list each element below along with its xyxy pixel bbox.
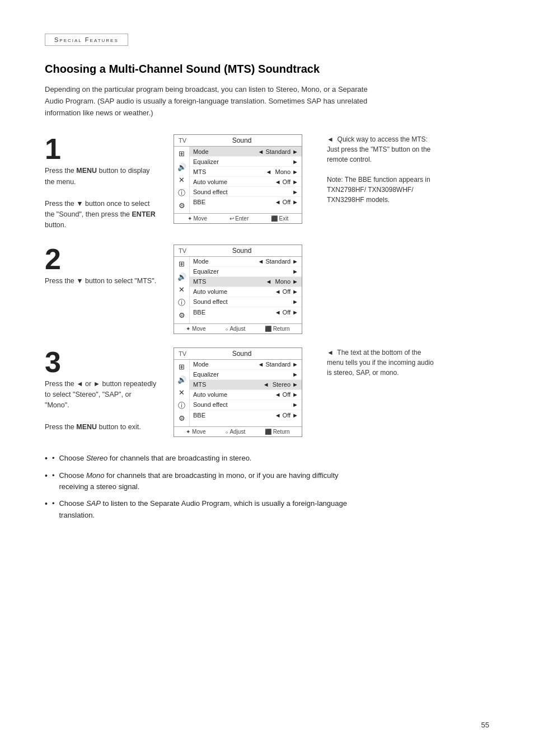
page: Special Features Choosing a Multi-Channe… — [0, 0, 534, 756]
step-2-row-mode: Mode ◄ Standard ► — [190, 257, 302, 267]
tv-icon-1: ⊞ — [179, 149, 185, 159]
step-3-number: 3 — [45, 348, 174, 377]
step-2-tv-menu: TV Sound ⊞ 🔊 ✕ ⓘ ⚙ — [174, 245, 302, 334]
step-2-menu: TV Sound ⊞ 🔊 ✕ ⓘ ⚙ — [174, 245, 313, 334]
step-2: 2 Press the ▼ button to select "MTS". TV… — [45, 245, 489, 334]
step-3: 3 Press the ◄ or ► button repeatedly to … — [45, 348, 489, 437]
header-label: Special Features — [54, 36, 119, 43]
step-3-row-mts: MTS ◄ Stereo ► — [190, 380, 302, 390]
step-3-row-bbe: BBE ◄ Off ► — [190, 410, 302, 420]
step-2-menu-footer: ✦ Move ⬦ Adjust ⬛ Return — [174, 323, 302, 334]
step-1-row-bbe: BBE ◄ Off ► — [190, 197, 302, 207]
step-2-note — [313, 245, 437, 334]
step-2-menu-body: ⊞ 🔊 ✕ ⓘ ⚙ Mode ◄ Standard ► — [174, 257, 302, 323]
step-3-menu-icons: ⊞ 🔊 ✕ ⓘ ⚙ — [174, 360, 190, 426]
tv-icon-4: ⓘ — [178, 401, 185, 411]
step-3-menu-body: ⊞ 🔊 ✕ ⓘ ⚙ Mode ◄ Standard ► — [174, 360, 302, 426]
bullet-3: • Choose SAP to listen to the Separate A… — [45, 498, 358, 520]
step-2-desc: Press the ▼ button to select "MTS". — [45, 276, 157, 287]
step-1-menu-body: ⊞ 🔊 ✕ ⓘ ⚙ Mode ◄ Standard ► — [174, 147, 302, 213]
step-2-menu-icons: ⊞ 🔊 ✕ ⓘ ⚙ — [174, 257, 190, 323]
bullet-2: • Choose Mono for channels that are broa… — [45, 470, 358, 492]
step-3-row-mode: Mode ◄ Standard ► — [190, 360, 302, 370]
step-1-left: 1 Press the MENU button to display the m… — [45, 134, 174, 231]
tv-icon-3: ✕ — [179, 175, 185, 185]
step-1-tv-menu: TV Sound ⊞ 🔊 ✕ ⓘ ⚙ — [174, 134, 302, 224]
step-3-menu: TV Sound ⊞ 🔊 ✕ ⓘ ⚙ — [174, 348, 313, 437]
step-3-row-equalizer: Equalizer ► — [190, 370, 302, 380]
step-3-menu-footer: ✦ Move ⬦ Adjust ⬛ Return — [174, 426, 302, 436]
step-2-tv-label: TV — [179, 247, 186, 254]
step-2-row-autovolume: Auto volume ◄ Off ► — [190, 287, 302, 297]
step-2-left: 2 Press the ▼ button to select "MTS". — [45, 245, 174, 334]
tv-icon-3: ✕ — [179, 388, 185, 398]
step-2-sound-label: Sound — [232, 247, 252, 255]
tv-icon-5: ⚙ — [179, 201, 185, 211]
step-2-row-equalizer: Equalizer ► — [190, 267, 302, 277]
step-1-footer-exit: ⬛ Exit — [271, 215, 288, 222]
step-1-row-equalizer: Equalizer ► — [190, 157, 302, 167]
step-1-menu-header: TV Sound — [174, 135, 302, 147]
header-box: Special Features — [45, 34, 128, 46]
tv-icon-2: 🔊 — [177, 162, 186, 172]
step-1-note: ◄ Quick way to access the MTS: Just pres… — [313, 134, 437, 231]
step-3-row-soundeffect: Sound effect ► — [190, 400, 302, 410]
step-1-menu-rows: Mode ◄ Standard ► Equalizer ► MTS ◄ Mono… — [190, 147, 302, 213]
step-3-tv-label: TV — [179, 350, 186, 357]
tv-icon-2: 🔊 — [177, 272, 186, 282]
step-1-sound-label: Sound — [232, 137, 252, 144]
step-1-menu-footer: ✦ Move ↩ Enter ⬛ Exit — [174, 213, 302, 223]
step-3-menu-rows: Mode ◄ Standard ► Equalizer ► MTS ◄ Ster… — [190, 360, 302, 426]
tv-icon-1: ⊞ — [179, 362, 185, 372]
tv-icon-2: 🔊 — [177, 375, 186, 385]
step-3-left: 3 Press the ◄ or ► button repeatedly to … — [45, 348, 174, 437]
step-1: 1 Press the MENU button to display the m… — [45, 134, 489, 231]
bullet-list: • Choose Stereo for channels that are br… — [45, 453, 489, 521]
step-2-number: 2 — [45, 245, 174, 274]
step-3-tv-menu: TV Sound ⊞ 🔊 ✕ ⓘ ⚙ — [174, 348, 302, 437]
steps-container: 1 Press the MENU button to display the m… — [45, 134, 489, 436]
tv-icon-4: ⓘ — [178, 298, 185, 308]
page-number: 55 — [481, 721, 489, 729]
page-title: Choosing a Multi-Channel Sound (MTS) Sou… — [45, 62, 489, 76]
tv-icon-5: ⚙ — [179, 311, 185, 321]
intro-text: Depending on the particular program bein… — [45, 84, 369, 119]
step-1-tv-label: TV — [179, 137, 186, 144]
step-2-footer-return: ⬛ Return — [265, 326, 290, 332]
step-2-menu-header: TV Sound — [174, 245, 302, 257]
tv-icon-4: ⓘ — [178, 188, 185, 198]
step-2-menu-rows: Mode ◄ Standard ► Equalizer ► MTS ◄ Mono… — [190, 257, 302, 323]
step-3-footer-return: ⬛ Return — [265, 429, 290, 435]
bullet-1: • Choose Stereo for channels that are br… — [45, 453, 358, 465]
step-3-note: ◄ The text at the bottom of the menu tel… — [313, 348, 437, 437]
step-2-row-bbe: BBE ◄ Off ► — [190, 307, 302, 317]
step-3-menu-header: TV Sound — [174, 348, 302, 360]
step-3-row-autovolume: Auto volume ◄ Off ► — [190, 390, 302, 400]
step-3-desc: Press the ◄ or ► button repeatedly to se… — [45, 379, 157, 433]
step-1-menu-icons: ⊞ 🔊 ✕ ⓘ ⚙ — [174, 147, 190, 213]
step-1-footer-move: ✦ Move — [188, 215, 207, 222]
step-2-row-mts: MTS ◄ Mono ► — [190, 277, 302, 287]
step-1-desc: Press the MENU button to display the men… — [45, 166, 157, 231]
tv-icon-1: ⊞ — [179, 259, 185, 269]
step-3-footer-move: ✦ Move — [186, 429, 205, 435]
step-2-footer-adjust: ⬦ Adjust — [225, 326, 245, 332]
step-1-row-mts: MTS ◄ Mono ► — [190, 167, 302, 177]
tv-icon-5: ⚙ — [179, 414, 185, 424]
step-1-footer-enter: ↩ Enter — [229, 215, 249, 222]
step-1-row-autovolume: Auto volume ◄ Off ► — [190, 177, 302, 187]
step-1-row-mode: Mode ◄ Standard ► — [190, 147, 302, 157]
step-1-menu: TV Sound ⊞ 🔊 ✕ ⓘ ⚙ — [174, 134, 313, 231]
step-2-row-soundeffect: Sound effect ► — [190, 297, 302, 307]
step-1-row-soundeffect: Sound effect ► — [190, 187, 302, 197]
step-2-footer-move: ✦ Move — [186, 326, 205, 332]
step-3-sound-label: Sound — [232, 350, 252, 358]
step-1-number: 1 — [45, 134, 174, 163]
step-3-footer-adjust: ⬦ Adjust — [225, 429, 245, 435]
tv-icon-3: ✕ — [179, 285, 185, 295]
